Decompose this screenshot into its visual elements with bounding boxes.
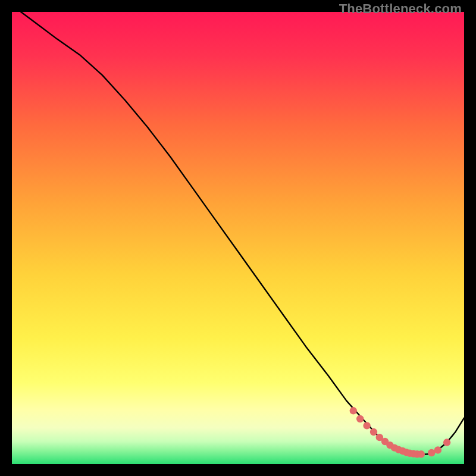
curve-marker: [434, 446, 441, 453]
curve-marker: [363, 422, 370, 429]
curve-marker: [443, 439, 450, 446]
gradient-background: [12, 12, 464, 464]
curve-marker: [350, 407, 357, 414]
curve-marker: [428, 449, 435, 456]
curve-marker: [418, 450, 425, 458]
plot-area: [12, 12, 464, 464]
curve-marker: [370, 428, 377, 436]
curve-marker: [356, 415, 364, 422]
watermark-text: TheBottleneck.com: [339, 1, 462, 17]
chart-svg: [12, 12, 464, 464]
